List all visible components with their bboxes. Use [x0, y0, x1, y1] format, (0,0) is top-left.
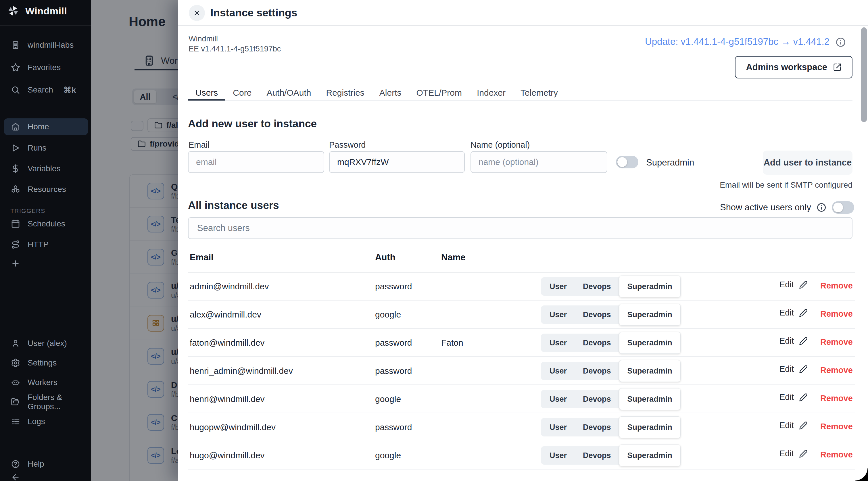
role-superadmin-button[interactable]: Superadmin	[619, 416, 681, 438]
edit-user-button[interactable]: Edit	[779, 449, 808, 458]
route-icon	[11, 240, 20, 249]
remove-user-button[interactable]: Remove	[820, 365, 853, 375]
role-devops-button[interactable]: Devops	[575, 446, 619, 464]
show-active-toggle[interactable]	[832, 201, 854, 214]
sidebar-item-logs[interactable]: Logs	[4, 413, 88, 430]
role-superadmin-button[interactable]: Superadmin	[619, 276, 681, 297]
role-devops-button[interactable]: Devops	[575, 418, 619, 437]
remove-user-button[interactable]: Remove	[820, 337, 853, 347]
sidebar-item-settings[interactable]: Settings	[4, 355, 88, 371]
app-title: Windmill	[25, 5, 67, 17]
edit-user-button[interactable]: Edit	[779, 308, 808, 318]
role-superadmin-button[interactable]: Superadmin	[619, 388, 681, 410]
edit-label: Edit	[779, 336, 794, 346]
sidebar-item-folders-groups[interactable]: Folders & Groups...	[4, 394, 88, 410]
superadmin-toggle[interactable]	[616, 156, 638, 168]
tab-telemetry[interactable]: Telemetry	[513, 86, 565, 100]
remove-user-button[interactable]: Remove	[820, 450, 853, 459]
remove-user-button[interactable]: Remove	[820, 281, 853, 290]
tab-registries[interactable]: Registries	[318, 86, 372, 100]
app-logo[interactable]: Windmill	[7, 5, 67, 17]
role-user-button[interactable]: User	[541, 390, 575, 408]
logs-icon	[11, 417, 20, 426]
tab-users[interactable]: Users	[188, 86, 225, 100]
user-auth: password	[375, 366, 412, 376]
sidebar-item-variables[interactable]: Variables	[4, 160, 88, 177]
role-superadmin-button[interactable]: Superadmin	[619, 445, 681, 466]
edit-label: Edit	[779, 364, 794, 374]
triggers-section-label: TRIGGERS	[10, 207, 45, 214]
role-superadmin-button[interactable]: Superadmin	[619, 304, 681, 326]
drawer-title: Instance settings	[210, 7, 297, 19]
sidebar-item-home[interactable]: Home	[4, 118, 88, 135]
edit-user-button[interactable]: Edit	[779, 421, 808, 430]
update-link[interactable]: Update: v1.441.1-4-g51f5197bc → v1.441.2	[645, 36, 830, 47]
role-devops-button[interactable]: Devops	[575, 306, 619, 324]
sidebar-item-favorites[interactable]: Favorites	[4, 59, 88, 76]
sidebar-item-runs[interactable]: Runs	[4, 140, 88, 156]
role-devops-button[interactable]: Devops	[575, 333, 619, 352]
remove-user-button[interactable]: Remove	[820, 422, 853, 431]
role-devops-button[interactable]: Devops	[575, 362, 619, 380]
sidebar: Windmill windmill-labs Favorites Search …	[0, 0, 91, 481]
edit-user-button[interactable]: Edit	[779, 280, 808, 289]
password-field[interactable]	[329, 151, 465, 173]
tab-core[interactable]: Core	[225, 86, 259, 100]
user-auth: password	[375, 422, 412, 432]
show-active-info-icon[interactable]	[816, 202, 827, 213]
role-segmented-control: User Devops Superadmin	[541, 333, 681, 352]
tab-otel-prom[interactable]: OTEL/Prom	[409, 86, 469, 100]
edit-user-button[interactable]: Edit	[779, 364, 808, 374]
role-segmented-control: User Devops Superadmin	[541, 390, 681, 408]
email-field[interactable]	[188, 151, 324, 173]
name-label: Name (optional)	[470, 140, 530, 150]
role-user-button[interactable]: User	[541, 362, 575, 380]
role-user-button[interactable]: User	[541, 333, 575, 352]
role-superadmin-button[interactable]: Superadmin	[619, 360, 681, 382]
role-superadmin-button[interactable]: Superadmin	[619, 332, 681, 354]
sidebar-divider	[0, 25, 91, 26]
sidebar-item-workspace[interactable]: windmill-labs	[4, 37, 88, 54]
play-icon	[11, 143, 20, 153]
sidebar-item-add-trigger[interactable]	[4, 255, 88, 272]
role-devops-button[interactable]: Devops	[575, 277, 619, 296]
pencil-icon	[799, 449, 808, 458]
column-header-name: Name	[441, 252, 465, 263]
drawer-scrollbar[interactable]	[861, 27, 867, 122]
role-user-button[interactable]: User	[541, 446, 575, 464]
add-user-button[interactable]: Add user to instance	[763, 151, 852, 175]
instance-app-name: Windmill	[189, 34, 218, 43]
admins-workspace-button[interactable]: Admins workspace	[735, 56, 852, 78]
sidebar-item-http[interactable]: HTTP	[4, 236, 88, 253]
user-email: admin@windmill.dev	[190, 282, 269, 291]
role-devops-button[interactable]: Devops	[575, 390, 619, 408]
remove-user-button[interactable]: Remove	[820, 309, 853, 319]
star-icon	[11, 63, 20, 72]
role-user-button[interactable]: User	[541, 418, 575, 437]
tab-indexer[interactable]: Indexer	[469, 86, 513, 100]
update-info-icon[interactable]	[835, 37, 846, 48]
search-users-input[interactable]	[188, 217, 852, 239]
sidebar-item-resources[interactable]: Resources	[4, 181, 88, 198]
sidebar-item-label: HTTP	[28, 240, 49, 249]
pencil-icon	[799, 393, 808, 402]
close-button[interactable]	[189, 5, 205, 21]
sidebar-collapse[interactable]	[4, 469, 88, 481]
sidebar-item-schedules[interactable]: Schedules	[4, 216, 88, 232]
edit-user-button[interactable]: Edit	[779, 392, 808, 402]
tab-alerts[interactable]: Alerts	[372, 86, 409, 100]
sidebar-item-user[interactable]: User (alex)	[4, 335, 88, 352]
sidebar-item-label: Schedules	[28, 219, 65, 228]
sidebar-item-search[interactable]: Search ⌘k	[4, 82, 88, 98]
plus-icon	[11, 259, 20, 268]
role-segmented-control: User Devops Superadmin	[541, 418, 681, 437]
remove-user-button[interactable]: Remove	[820, 394, 853, 403]
edit-user-button[interactable]: Edit	[779, 336, 808, 346]
role-user-button[interactable]: User	[541, 277, 575, 296]
tab-auth-oauth[interactable]: Auth/OAuth	[259, 86, 318, 100]
name-field[interactable]	[470, 151, 607, 173]
pencil-icon	[799, 337, 808, 345]
sidebar-item-workers[interactable]: Workers	[4, 374, 88, 391]
role-user-button[interactable]: User	[541, 306, 575, 324]
external-link-icon	[833, 63, 842, 71]
